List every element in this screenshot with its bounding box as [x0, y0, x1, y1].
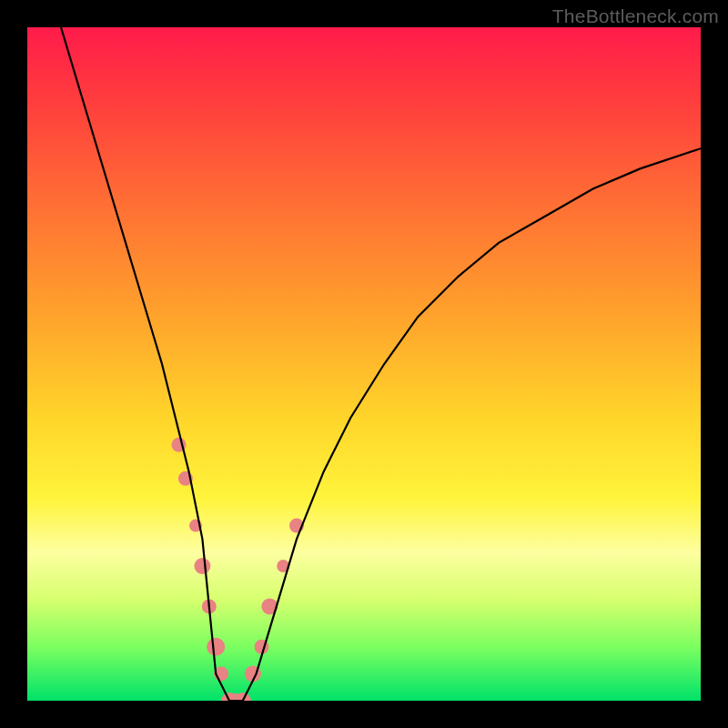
- bottleneck-curve: [61, 27, 701, 701]
- chart-svg: [27, 27, 701, 701]
- curve-marker: [207, 638, 225, 656]
- plot-area: [27, 27, 701, 701]
- watermark-text: TheBottleneck.com: [552, 5, 719, 27]
- curve-marker: [194, 558, 210, 574]
- chart-frame: TheBottleneck.com: [0, 0, 728, 728]
- marker-layer: [172, 438, 305, 701]
